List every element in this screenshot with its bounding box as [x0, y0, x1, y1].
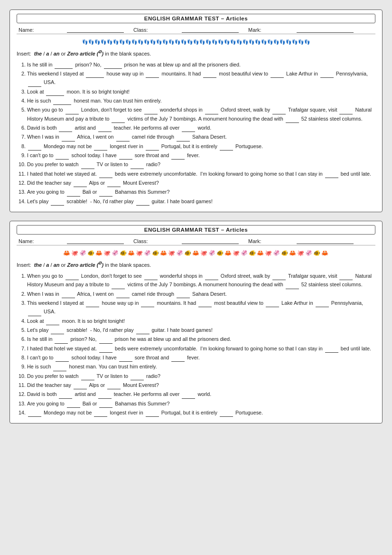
- blank: [205, 114, 218, 114]
- blank: [325, 178, 338, 178]
- q1-3: Look at moon. It is so bright tonight!: [27, 87, 375, 96]
- blank: [182, 132, 195, 132]
- mark-field-1[interactable]: [297, 27, 354, 33]
- blank: [74, 187, 87, 187]
- q2-8: I can't go to school today. I have sore …: [27, 353, 375, 362]
- blank: [272, 114, 286, 114]
- blank: [59, 398, 72, 399]
- name-label-1: Name:: [19, 27, 56, 33]
- blank: [86, 77, 104, 78]
- blank: [177, 298, 190, 298]
- class-label-1: Class:: [133, 27, 171, 33]
- blank: [131, 169, 144, 169]
- blank: [81, 380, 94, 380]
- blank: [62, 298, 75, 298]
- blank: [146, 77, 159, 78]
- blank: [339, 114, 353, 114]
- blank: [51, 205, 64, 206]
- blank: [171, 159, 185, 160]
- q1-7: When I was in Africa, I went on camel ri…: [27, 132, 375, 141]
- blank: [203, 77, 216, 78]
- q1-14: Let's play scrabble! - No, I'd rather pl…: [27, 197, 375, 206]
- worksheet-1: ENGLISH GRAMMAR TEST – Articles Name: Cl…: [9, 9, 383, 212]
- blank: [339, 280, 353, 280]
- class-field-1[interactable]: [182, 27, 239, 33]
- q1-4: He is such honest man. You can trust him…: [27, 96, 375, 105]
- blank: [74, 389, 87, 389]
- blank: [28, 86, 41, 87]
- blank: [141, 307, 154, 307]
- blank: [316, 307, 329, 307]
- mark-label-2: Mark:: [248, 238, 286, 244]
- q1-2: This weekend I stayed at house way up in…: [27, 69, 375, 87]
- q2-13: Are you going to Bali or Bahamas this Su…: [27, 399, 375, 408]
- blank: [107, 187, 121, 187]
- q2-11: Did the teacher say Alps or Mount Everes…: [27, 381, 375, 389]
- q1-10: Do you prefer to watch TV or listen to r…: [27, 160, 375, 169]
- decoration-1: 👣👣👣👣👣👣👣👣👣👣👣👣👣👣👣👣👣👣👣👣👣👣👣👣👣👣👣👣👣👣👣👣👣👣👣👣👣: [17, 37, 375, 47]
- blank: [94, 416, 107, 417]
- blank: [198, 307, 212, 307]
- blank: [55, 68, 73, 69]
- blank: [55, 343, 68, 344]
- instruction-1: Insert: the / a / an or Zero article (Ø)…: [17, 49, 375, 56]
- blank: [107, 389, 121, 389]
- q2-7: I hated that hotel we stayed at. beds we…: [27, 344, 375, 353]
- blank: [46, 95, 64, 96]
- blank: [320, 77, 334, 78]
- blank: [99, 407, 112, 408]
- blank: [104, 68, 122, 69]
- q2-12: David is both artist and teacher. He per…: [27, 390, 375, 398]
- blank: [205, 280, 218, 280]
- blank: [286, 122, 299, 123]
- name-field-1[interactable]: [67, 27, 124, 33]
- blank: [146, 150, 159, 151]
- worksheet-2-title: ENGLISH GRAMMAR TEST – Articles: [17, 225, 375, 235]
- class-field-2[interactable]: [182, 238, 239, 244]
- q2-10: Do you prefer to watch TV or listen to r…: [27, 372, 375, 380]
- q2-1: When you go to London, don't forget to s…: [27, 272, 375, 289]
- q2-5: Let's play scrabble! - No, I'd rather pl…: [27, 326, 375, 334]
- blank: [271, 77, 284, 78]
- q2-6: Is he still in prison? No, prison he was…: [27, 335, 375, 343]
- q1-1: Is he still in prison? No, prison he was…: [27, 60, 375, 69]
- worksheet-1-title: ENGLISH GRAMMAR TEST – Articles: [17, 14, 375, 23]
- blank: [272, 280, 286, 280]
- blank: [182, 398, 195, 399]
- blank: [116, 298, 130, 298]
- blank: [53, 371, 66, 371]
- name-row-1: Name: Class: Mark:: [17, 26, 375, 34]
- instruction-2: Insert: the / a / an or Zero article (Ø)…: [17, 261, 375, 268]
- blank: [112, 289, 125, 289]
- blank: [65, 114, 79, 114]
- q2-2: When I was in Africa, I went on camel ri…: [27, 290, 375, 298]
- questions-list-1: Is he still in prison? No, prison he was…: [17, 60, 375, 206]
- q2-3: This weekend I stayed at house way up in…: [27, 299, 375, 316]
- blank: [56, 361, 69, 362]
- blank: [99, 343, 112, 344]
- blank: [119, 361, 132, 362]
- mark-label-1: Mark:: [248, 27, 286, 33]
- blank: [220, 416, 233, 417]
- blank: [98, 132, 112, 132]
- q1-8: Mondego may not be longest river in Port…: [27, 142, 375, 151]
- blank: [62, 141, 75, 141]
- blank: [266, 307, 279, 307]
- q1-11: I hated that hotel we stayed at. beds we…: [27, 169, 375, 178]
- blank: [53, 104, 71, 105]
- blank: [286, 289, 299, 289]
- q2-9: He is such honest man. You can trust him…: [27, 362, 375, 371]
- blank: [59, 132, 72, 132]
- mark-field-2[interactable]: [297, 238, 354, 244]
- blank: [56, 159, 69, 160]
- q2-14: Mondego may not be longest river in Port…: [27, 408, 375, 417]
- name-field-2[interactable]: [67, 238, 124, 244]
- blank: [144, 114, 158, 114]
- decoration-2: 🦀🐙🦑🐠🦀🐙🦑🐠🦀🐙🦑🐠🦀🐙🦑🐠🦀🐙🦑🐠🦀🐙🦑🐠🦀🐙🦑🐠🦀🐙🦑🐠🦀: [17, 248, 375, 258]
- blank: [28, 150, 41, 151]
- blank: [99, 196, 112, 197]
- blank: [67, 196, 80, 197]
- blank: [86, 307, 99, 307]
- name-row-2: Name: Class: Mark:: [17, 237, 375, 245]
- blank: [94, 150, 107, 151]
